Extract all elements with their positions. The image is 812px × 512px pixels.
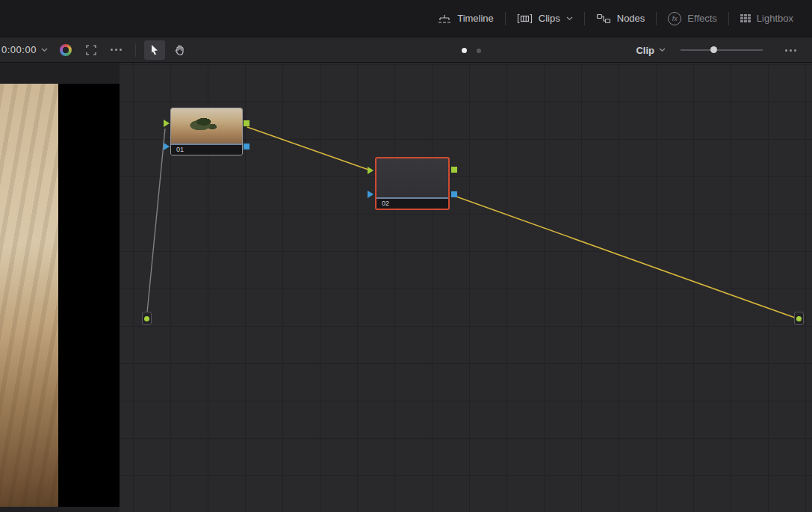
- color-page: Timeline Clips Nodes fx: [0, 0, 812, 512]
- output-node-dot: [796, 316, 802, 321]
- node01-key-input-port[interactable]: [164, 143, 170, 150]
- ellipsis-icon: [785, 49, 796, 52]
- color-wheel-icon: [60, 44, 72, 56]
- toolbar-right-group: Clip: [636, 37, 803, 63]
- color-wheel-button[interactable]: [55, 40, 76, 60]
- viewer-top-bar: [0, 63, 120, 84]
- node01-key-output-port[interactable]: [244, 144, 250, 149]
- node02-body: [376, 158, 448, 197]
- pan-tool-button[interactable]: [170, 40, 190, 60]
- node-graph[interactable]: 01 02: [120, 63, 812, 512]
- link-source-to-node01[interactable]: [147, 129, 165, 312]
- toolbar-separator: [135, 43, 136, 57]
- viewer-image: [0, 84, 58, 507]
- clips-label: Clips: [539, 13, 560, 24]
- nodes-icon: [596, 13, 611, 24]
- link-node02-to-output[interactable]: [454, 196, 795, 318]
- page-dot-inactive[interactable]: [477, 49, 481, 53]
- node02-key-input-port[interactable]: [368, 191, 374, 198]
- link-node01-to-node02[interactable]: [247, 127, 371, 170]
- ellipsis-icon: [111, 49, 122, 51]
- page-indicator: [462, 48, 481, 53]
- timeline-icon: [438, 13, 451, 24]
- page-dot-active[interactable]: [462, 48, 467, 53]
- top-bar: Timeline Clips Nodes fx: [0, 0, 812, 37]
- top-bar-effects-button[interactable]: fx Effects: [657, 0, 728, 37]
- slider-track: [681, 49, 763, 51]
- node01-rgb-output-port[interactable]: [244, 120, 250, 126]
- node02-box: 02: [375, 157, 450, 210]
- source-node[interactable]: [142, 312, 152, 325]
- viewer-panel: [0, 63, 120, 512]
- more-options-right-button[interactable]: [780, 40, 801, 60]
- node02-rgb-output-port[interactable]: [451, 167, 457, 173]
- node-toolbar: 0:00:00: [0, 37, 812, 63]
- cursor-icon: [149, 44, 159, 56]
- select-tool-button[interactable]: [144, 40, 165, 60]
- effects-icon: fx: [668, 12, 681, 25]
- chevron-down-icon: [659, 48, 666, 52]
- lightbox-icon: [740, 14, 751, 22]
- hand-icon: [174, 44, 185, 56]
- node02-key-output-port[interactable]: [451, 191, 457, 197]
- top-bar-lightbox-button[interactable]: Lightbox: [729, 0, 805, 37]
- timecode-display[interactable]: 0:00:00: [0, 44, 37, 55]
- node-zoom-slider[interactable]: [681, 44, 763, 56]
- slider-handle[interactable]: [710, 46, 717, 53]
- node01-label: 01: [171, 145, 242, 155]
- clips-icon: [517, 13, 533, 24]
- chevron-down-icon: [566, 16, 573, 21]
- expand-view-button[interactable]: [81, 40, 102, 60]
- output-node[interactable]: [794, 312, 804, 325]
- clip-mode-label: Clip: [636, 45, 654, 56]
- timecode-chevron-icon[interactable]: [41, 48, 48, 52]
- top-bar-nodes-button[interactable]: Nodes: [585, 0, 657, 37]
- top-bar-clips-button[interactable]: Clips: [506, 0, 584, 37]
- top-bar-timeline-button[interactable]: Timeline: [427, 0, 505, 37]
- lightbox-label: Lightbox: [757, 13, 793, 24]
- expand-icon: [86, 45, 96, 55]
- node02-label: 02: [376, 199, 448, 209]
- clip-mode-selector[interactable]: Clip: [636, 45, 666, 56]
- timeline-label: Timeline: [457, 13, 494, 24]
- corrector-node-02[interactable]: 02: [375, 157, 450, 210]
- nodes-label: Nodes: [617, 13, 645, 24]
- node01-rgb-input-port[interactable]: [164, 120, 170, 127]
- viewer-bottom-bar: [0, 507, 120, 512]
- source-node-dot: [144, 316, 149, 321]
- node02-rgb-input-port[interactable]: [368, 167, 374, 174]
- more-options-left-button[interactable]: [106, 40, 127, 60]
- node01-thumbnail: [171, 108, 242, 144]
- effects-label: Effects: [687, 13, 717, 24]
- effects-fx-glyph: fx: [672, 15, 678, 22]
- corrector-node-01[interactable]: 01: [170, 108, 243, 155]
- node01-box: 01: [170, 108, 243, 155]
